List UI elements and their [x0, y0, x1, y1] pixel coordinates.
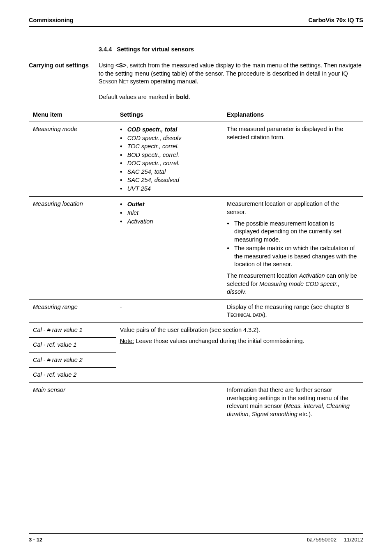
setting-option: Outlet: [127, 201, 145, 207]
text: ).: [263, 311, 267, 318]
text: echnical data: [231, 311, 263, 318]
text: system operating manual.: [129, 78, 198, 85]
text-italic: Activation: [299, 272, 325, 279]
settings-list: COD spectr., total COD spectr., dissolv …: [120, 126, 219, 193]
menu-item: Cal - # raw value 2: [33, 357, 83, 363]
text: ,: [249, 411, 252, 417]
section-number: 3.4.4: [99, 46, 112, 53]
table-row: Main sensor Information that there are f…: [29, 383, 363, 422]
explanation: Information that there are further senso…: [223, 383, 363, 422]
setting-option: COD spectr., dissolv: [127, 135, 182, 141]
text: ,: [323, 403, 326, 409]
menu-item: Main sensor: [33, 387, 65, 393]
menu-item: Cal - ref. value 2: [33, 371, 76, 378]
header-right: CarboVis 70x IQ TS: [308, 16, 363, 25]
body-para-2: Default values are marked in bold.: [99, 93, 363, 101]
doc-date: 11/2012: [344, 537, 363, 543]
setting-option: SAC 254, total: [127, 168, 166, 175]
settings-text: -: [116, 299, 223, 322]
page-number: 3 - 12: [29, 536, 42, 543]
text: Value pairs of the user calibration (see…: [120, 326, 359, 334]
setting-option: BOD spectr., correl.: [127, 152, 180, 158]
setting-option: TOC spectr., correl.: [127, 143, 179, 150]
header-left: Commissioning: [29, 16, 74, 25]
settings-list: Outlet Inlet Activation: [120, 200, 219, 226]
menu-item: Cal - ref. value 1: [33, 341, 76, 348]
text: Measurement location or application of t…: [227, 200, 359, 216]
body-para-1: Using <S>, switch from the measured valu…: [99, 62, 363, 86]
text: .: [189, 94, 190, 100]
section-heading: 3.4.4 Settings for virtual sensors: [99, 46, 363, 54]
text-italic: Signal smoothing: [252, 411, 297, 417]
th-menu: Menu item: [29, 108, 116, 122]
text-italic: Measuring mode: [259, 281, 304, 287]
setting-option: Inlet: [127, 210, 138, 216]
page-footer: 3 - 12 ba75950e02 11/2012: [29, 533, 363, 543]
menu-item: Measuring location: [33, 200, 83, 207]
side-heading: Carrying out settings: [29, 62, 99, 70]
setting-option: DOC spectr., correl.: [127, 160, 180, 166]
keycap: <S>: [115, 62, 127, 69]
explanation: The measured parameter is displayed in t…: [223, 122, 363, 197]
text: et: [123, 78, 129, 85]
menu-item: Measuring range: [33, 304, 78, 310]
text-bold: bold: [176, 94, 189, 100]
page-header: Commissioning CarboVis 70x IQ TS: [29, 16, 363, 27]
settings-table: Menu item Settings Explanations Measurin…: [29, 108, 363, 421]
setting-option: Activation: [127, 218, 153, 225]
setting-option: COD spectr., total: [127, 126, 178, 133]
text: Default values are marked in: [99, 94, 176, 100]
text: ensor: [103, 78, 118, 85]
table-row: Measuring mode COD spectr., total COD sp…: [29, 122, 363, 197]
doc-id: ba75950e02: [307, 537, 337, 543]
table-row: Measuring location Outlet Inlet Activati…: [29, 197, 363, 299]
setting-option: UVT 254: [127, 185, 151, 192]
setting-option: SAC 254, dissolved: [127, 177, 180, 183]
text: Using: [99, 62, 115, 69]
table-row: Cal - # raw value 1 Value pairs of the u…: [29, 322, 363, 338]
explanation: Display of the measuring range (see chap…: [223, 299, 363, 322]
th-explanations: Explanations: [223, 108, 363, 122]
table-row: Measuring range - Display of the measuri…: [29, 299, 363, 322]
text: The possible measurement location is dis…: [234, 220, 341, 243]
text: etc.).: [297, 411, 312, 417]
th-settings: Settings: [116, 108, 223, 122]
menu-item: Cal - # raw value 1: [33, 327, 83, 333]
note-label: Note:: [120, 338, 134, 344]
section-title: Settings for virtual sensors: [117, 46, 194, 53]
text: Leave those values unchanged during the …: [134, 338, 304, 344]
text: N: [117, 78, 123, 85]
text: The measurement location: [227, 272, 299, 279]
text: The sample matrix on which the calculati…: [234, 245, 357, 267]
explanation: Measurement location or application of t…: [223, 197, 363, 299]
menu-item: Measuring mode: [33, 126, 77, 132]
text-italic: Meas. interval: [286, 403, 323, 409]
explanation: Value pairs of the user calibration (see…: [116, 322, 363, 382]
